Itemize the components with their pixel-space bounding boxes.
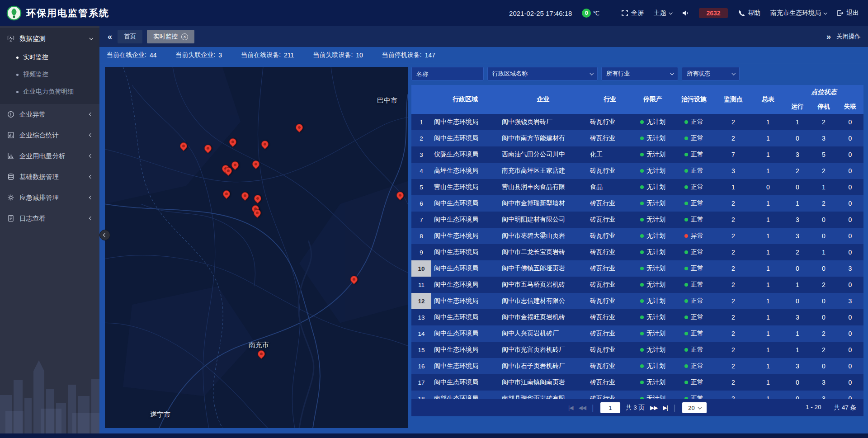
page-number-input[interactable] xyxy=(600,402,620,413)
table-row[interactable]: 6阆中生态环境局阆中市金博瑞新型墙材砖瓦行业无计划正常21120 xyxy=(411,195,863,212)
fullscreen-label: 全屏 xyxy=(631,9,644,17)
database-icon xyxy=(7,173,14,180)
cell-run: 2 xyxy=(784,244,811,260)
facility-status-label: 正常 xyxy=(691,281,703,289)
theme-menu[interactable]: 主题 xyxy=(654,9,672,17)
table-row[interactable]: 9阆中生态环境局阆中市二龙长宝页岩砖砖瓦行业无计划正常21210 xyxy=(411,244,863,260)
prev-page-button[interactable]: ◀◀ xyxy=(578,405,585,411)
logout-button[interactable]: 退出 xyxy=(836,9,859,17)
table-row[interactable]: 15阆中生态环境局阆中市光富页岩机砖厂砖瓦行业无计划正常21120 xyxy=(411,342,863,358)
map-pin-icon[interactable] xyxy=(231,161,239,172)
cell-lost: 0 xyxy=(837,325,863,342)
alarm-sound-button[interactable] xyxy=(682,9,689,17)
map-pin-icon[interactable] xyxy=(229,138,237,149)
sidebar-item-enterprise-statistics[interactable]: 企业综合统计 xyxy=(0,125,99,146)
tabs-scroll-right-button[interactable]: » xyxy=(826,33,832,41)
alarm-count-badge[interactable]: 2632 xyxy=(699,8,728,18)
row-index: 2 xyxy=(411,130,431,146)
sidebar-item-video-monitoring[interactable]: 视频监控 xyxy=(0,66,99,83)
table-row[interactable]: 8阆中生态环境局阆中市枣碧大梁山页岩砖瓦行业无计划异常21300 xyxy=(411,228,863,244)
fullscreen-button[interactable]: 全屏 xyxy=(621,9,644,17)
chevron-left-icon xyxy=(89,175,93,179)
cell-company: 阆中市忠信建材有限公 xyxy=(499,293,587,309)
map-pin-icon[interactable] xyxy=(295,123,303,134)
table-row[interactable]: 11阆中生态环境局阆中市五马桥页岩机砖砖瓦行业无计划正常21120 xyxy=(411,277,863,293)
tabs-scroll-left-button[interactable]: « xyxy=(107,33,113,41)
map-pin-icon[interactable] xyxy=(252,160,260,171)
table-row[interactable]: 2阆中生态环境局阆中市南方节能建材有砖瓦行业无计划正常21030 xyxy=(411,130,863,146)
map-pin-icon[interactable] xyxy=(261,140,269,151)
table-row[interactable]: 10阆中生态环境局阆中千佛镇五郎垭页岩砖瓦行业无计划正常21003 xyxy=(411,260,863,277)
sidebar-item-data-monitoring[interactable]: 数据监测 xyxy=(0,28,99,49)
sidebar-item-basic-data-management[interactable]: 基础数据管理 xyxy=(0,166,99,187)
pin-shape xyxy=(240,191,250,201)
cell-limit: 无计划 xyxy=(632,277,673,293)
status-filter-select[interactable]: 所有状态 xyxy=(682,67,740,80)
org-menu[interactable]: 南充市生态环境局 xyxy=(770,9,826,17)
sidebar-item-power-load-detail[interactable]: 企业电力负荷明细 xyxy=(0,83,99,100)
map-pin-icon[interactable] xyxy=(222,190,231,201)
map-pin-icon[interactable] xyxy=(257,350,265,361)
content: 巴中市南充市遂宁市 行政区域名称 所有 xyxy=(99,63,868,433)
limit-status-label: 无计划 xyxy=(646,134,665,142)
sidebar-item-log-view[interactable]: 日志查看 xyxy=(0,208,99,229)
last-page-button[interactable]: ▶| xyxy=(663,405,667,411)
facility-status-label: 正常 xyxy=(691,395,703,399)
cell-points: 2 xyxy=(715,130,752,146)
cell-company: 阆中强锐页岩砖厂 xyxy=(499,114,587,130)
table-row[interactable]: 4高坪生态环境局南充市高坪区王家店建砖瓦行业无计划正常31220 xyxy=(411,163,863,179)
map-pin-icon[interactable] xyxy=(241,192,249,203)
cell-facility: 正常 xyxy=(673,277,715,293)
sidebar-group: 企业综合统计 xyxy=(0,125,99,146)
map-pin-icon[interactable] xyxy=(179,142,188,153)
table-row[interactable]: 5营山生态环境局营山县润丰肉食品有限食品无计划正常10010 xyxy=(411,179,863,195)
close-operations-button[interactable]: 关闭操作 xyxy=(836,33,861,41)
sidebar-item-emergency-reduction[interactable]: 应急减排管理 xyxy=(0,187,99,208)
map-pin-icon[interactable] xyxy=(254,194,262,205)
table-row[interactable]: 17阆中生态环境局阆中市江南镇阆南页岩砖瓦行业无计划正常21030 xyxy=(411,374,863,391)
first-page-button[interactable]: |◀ xyxy=(568,405,573,411)
cell-meters: 1 xyxy=(752,114,784,130)
table-row[interactable]: 16阆中生态环境局阆中市石子页岩机砖厂砖瓦行业无计划正常21300 xyxy=(411,358,863,374)
help-button[interactable]: 帮助 xyxy=(738,9,760,17)
tab-home[interactable]: 首页 xyxy=(118,30,142,43)
name-filter-input[interactable] xyxy=(411,67,484,80)
page-size-select[interactable]: 20 xyxy=(682,402,707,413)
sidebar-item-realtime-monitoring[interactable]: 实时监控 xyxy=(0,49,99,66)
cell-stop: 0 xyxy=(811,293,837,309)
sidebar: 数据监测实时监控视频监控企业电力负荷明细企业异常企业综合统计企业用电量分析基础数… xyxy=(0,26,99,433)
map-pin-icon[interactable] xyxy=(350,275,358,286)
pin-shape xyxy=(227,137,238,147)
cell-lost: 0 xyxy=(837,146,863,163)
tab-realtime-monitoring[interactable]: 实时监控 × xyxy=(147,30,194,43)
cell-stop: 2 xyxy=(811,114,837,130)
table-row[interactable]: 14阆中生态环境局阆中大兴页岩机砖厂砖瓦行业无计划正常21120 xyxy=(411,325,863,342)
table-row[interactable]: 13阆中生态环境局阆中市金福旺页岩机砖砖瓦行业无计划正常21300 xyxy=(411,309,863,325)
region-filter-select[interactable]: 行政区域名称 xyxy=(487,67,598,80)
table-row[interactable]: 1阆中生态环境局阆中强锐页岩砖厂砖瓦行业无计划正常21120 xyxy=(411,114,863,130)
map-collapse-handle[interactable] xyxy=(99,230,110,240)
sidebar-item-enterprise-abnormal[interactable]: 企业异常 xyxy=(0,104,99,125)
map-pin-icon[interactable] xyxy=(396,191,404,202)
chevron-left-icon xyxy=(89,196,93,199)
table-row[interactable]: 18南部生态环境局南部县瑞华页岩砖有限砖瓦行业无计划正常21030 xyxy=(411,391,863,399)
cell-industry: 砖瓦行业 xyxy=(587,260,632,277)
map-pin-icon[interactable] xyxy=(253,209,261,220)
facility-status-label: 正常 xyxy=(691,151,703,159)
map-pin-icon[interactable] xyxy=(204,144,212,155)
sidebar-group: 数据监测实时监控视频监控企业电力负荷明细 xyxy=(0,28,99,104)
cell-points: 2 xyxy=(715,325,752,342)
industry-filter-select[interactable]: 所有行业 xyxy=(601,67,678,80)
range-label: 1 - 20 xyxy=(806,404,821,412)
facility-status-label: 正常 xyxy=(691,264,703,273)
chevron-down-icon xyxy=(670,71,674,75)
map-canvas[interactable]: 巴中市南充市遂宁市 xyxy=(105,67,408,428)
table-row[interactable]: 7阆中生态环境局阆中明阳建材有限公司砖瓦行业无计划正常21300 xyxy=(411,212,863,228)
chevron-left-icon xyxy=(89,133,93,137)
tab-close-icon[interactable]: × xyxy=(181,33,188,40)
logout-label: 退出 xyxy=(846,9,859,17)
sidebar-item-power-usage-analysis[interactable]: 企业用电量分析 xyxy=(0,146,99,166)
table-row[interactable]: 3仪陇生态环境局西南油气田分公司川中化工无计划正常71350 xyxy=(411,146,863,163)
next-page-button[interactable]: ▶▶ xyxy=(650,405,657,411)
table-row[interactable]: 12阆中生态环境局阆中市忠信建材有限公砖瓦行业无计划正常21003 xyxy=(411,293,863,309)
